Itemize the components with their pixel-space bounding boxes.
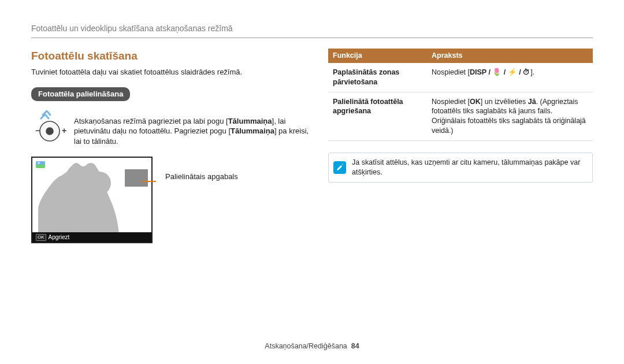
page: Fotoattēlu un videoklipu skatīšana atska… xyxy=(0,0,624,364)
callout-connector xyxy=(142,181,156,182)
zoom-dial-icon: − + xyxy=(31,109,68,147)
header-divider xyxy=(31,38,593,38)
info-note: Ja skatīsit attēlus, kas uzņemti ar citu… xyxy=(328,153,593,183)
row-label-move: Paplašinātās zonas pārvietošana xyxy=(328,63,427,92)
row-desc-move: Nospiediet [DISP / 🌷 / ⚡ / ⏱]. xyxy=(427,63,593,92)
row-desc-crop: Nospiediet [OK] un izvēlieties Jā. (Apgr… xyxy=(427,92,593,141)
page-footer: Atskaņošana/Rediģēšana 84 xyxy=(0,341,624,351)
svg-text:+: + xyxy=(62,126,66,135)
table-header: Funkcija Apraksts xyxy=(328,49,593,63)
two-column-layout: Fotoattēlu skatīšana Tuviniet fotoattēla… xyxy=(31,49,593,243)
function-table: Funkcija Apraksts Paplašinātās zonas pār… xyxy=(328,49,593,141)
preview-frame: OK Apgriezt xyxy=(31,157,153,243)
info-note-text: Ja skatīsit attēlus, kas uzņemti ar citu… xyxy=(352,158,586,177)
footer-section-label: Atskaņošana/Rediģēšana xyxy=(265,342,347,350)
ok-key: OK xyxy=(470,98,481,106)
section-title: Fotoattēlu skatīšana xyxy=(31,49,310,64)
preview-bottom-bar: OK Apgriezt xyxy=(32,232,151,242)
row-label-crop: Palielinātā fotoattēla apgriešana xyxy=(328,92,427,141)
svg-point-1 xyxy=(46,128,53,135)
subsection-pill: Fotoattēla palielināšana xyxy=(31,87,130,101)
zoom-instruction-text: Atskaņošanas režīmā pagrieziet pa labi p… xyxy=(74,109,310,147)
left-column: Fotoattēlu skatīšana Tuviniet fotoattēla… xyxy=(31,49,310,243)
table-row: Palielinātā fotoattēla apgriešana Nospie… xyxy=(328,92,593,141)
ok-badge-icon: OK xyxy=(36,234,46,241)
th-description: Apraksts xyxy=(427,49,593,63)
zoom-instruction-block: − + Atskaņošanas režīmā pagrieziet pa la… xyxy=(31,109,310,147)
svg-point-4 xyxy=(88,172,111,195)
th-function: Funkcija xyxy=(328,49,427,63)
preview-block: OK Apgriezt Palielinātais apgabals xyxy=(31,157,310,243)
disp-flower-flash-timer-keys: DISP / 🌷 / ⚡ / ⏱ xyxy=(470,68,530,76)
callout-label: Palielinātais apgabals xyxy=(165,172,238,182)
preview-bar-label: Apgriezt xyxy=(49,233,70,242)
zoom-dial-svg: − + xyxy=(31,110,68,144)
silhouette-illustration xyxy=(32,158,151,242)
svg-text:−: − xyxy=(35,126,40,135)
pencil-icon xyxy=(333,161,346,174)
page-breadcrumb: Fotoattēlu un videoklipu skatīšana atska… xyxy=(31,23,593,34)
section-lead: Tuviniet fotoattēla daļu vai skatiet fot… xyxy=(31,67,310,77)
table-row: Paplašinātās zonas pārvietošana Nospiedi… xyxy=(328,63,593,92)
footer-page-number: 84 xyxy=(351,342,359,350)
right-column: Funkcija Apraksts Paplašinātās zonas pār… xyxy=(328,49,593,243)
